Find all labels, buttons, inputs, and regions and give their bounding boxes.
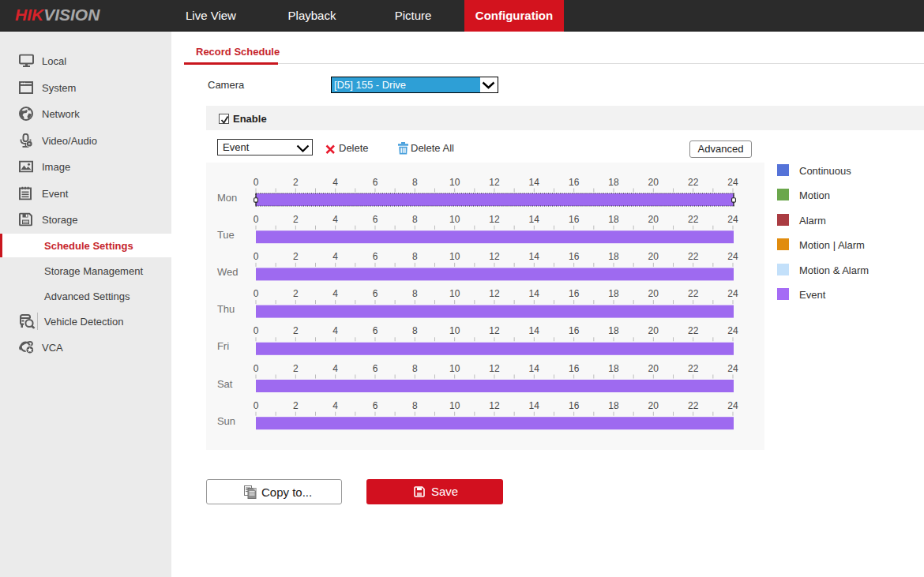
svg-text:22: 22 bbox=[688, 288, 699, 299]
svg-text:8: 8 bbox=[412, 325, 418, 336]
svg-text:16: 16 bbox=[569, 214, 580, 225]
svg-text:12: 12 bbox=[489, 400, 500, 411]
svg-text:10: 10 bbox=[449, 288, 460, 299]
svg-text:18: 18 bbox=[608, 177, 619, 188]
svg-text:2: 2 bbox=[293, 251, 299, 262]
svg-text:16: 16 bbox=[569, 177, 580, 188]
svg-text:22: 22 bbox=[688, 177, 699, 188]
svg-text:2: 2 bbox=[293, 363, 299, 374]
svg-text:8: 8 bbox=[412, 400, 418, 411]
svg-text:24: 24 bbox=[727, 214, 738, 225]
svg-text:4: 4 bbox=[332, 363, 338, 374]
svg-text:24: 24 bbox=[727, 288, 738, 299]
svg-text:22: 22 bbox=[688, 400, 699, 411]
svg-text:18: 18 bbox=[608, 214, 619, 225]
svg-text:12: 12 bbox=[489, 288, 500, 299]
svg-text:24: 24 bbox=[727, 363, 738, 374]
svg-text:2: 2 bbox=[293, 214, 299, 225]
svg-text:4: 4 bbox=[332, 288, 338, 299]
svg-text:16: 16 bbox=[569, 325, 580, 336]
svg-text:22: 22 bbox=[688, 251, 699, 262]
svg-text:6: 6 bbox=[373, 325, 378, 336]
svg-text:0: 0 bbox=[254, 214, 259, 225]
svg-text:22: 22 bbox=[688, 214, 699, 225]
svg-text:0: 0 bbox=[254, 363, 259, 374]
svg-text:22: 22 bbox=[688, 363, 699, 374]
svg-text:12: 12 bbox=[489, 177, 500, 188]
svg-text:Fri: Fri bbox=[217, 340, 229, 352]
svg-text:14: 14 bbox=[529, 363, 540, 374]
svg-text:Sun: Sun bbox=[217, 415, 235, 427]
svg-text:2: 2 bbox=[293, 400, 299, 411]
svg-text:0: 0 bbox=[254, 325, 259, 336]
svg-text:10: 10 bbox=[449, 325, 460, 336]
svg-text:2: 2 bbox=[293, 177, 299, 188]
svg-text:12: 12 bbox=[489, 325, 500, 336]
svg-text:24: 24 bbox=[727, 400, 738, 411]
svg-text:18: 18 bbox=[608, 251, 619, 262]
svg-text:16: 16 bbox=[569, 288, 580, 299]
svg-text:14: 14 bbox=[529, 214, 540, 225]
svg-text:16: 16 bbox=[569, 251, 580, 262]
svg-text:12: 12 bbox=[489, 251, 500, 262]
svg-text:12: 12 bbox=[489, 214, 500, 225]
svg-text:6: 6 bbox=[373, 400, 378, 411]
svg-text:4: 4 bbox=[332, 177, 338, 188]
svg-text:Wed: Wed bbox=[217, 266, 239, 278]
svg-text:20: 20 bbox=[648, 177, 659, 188]
svg-text:10: 10 bbox=[449, 251, 460, 262]
svg-text:8: 8 bbox=[412, 251, 418, 262]
svg-text:10: 10 bbox=[449, 400, 460, 411]
svg-text:8: 8 bbox=[412, 177, 418, 188]
svg-text:10: 10 bbox=[449, 363, 460, 374]
svg-text:2: 2 bbox=[293, 288, 299, 299]
svg-text:6: 6 bbox=[373, 363, 378, 374]
svg-text:8: 8 bbox=[412, 288, 418, 299]
svg-text:Mon: Mon bbox=[217, 192, 237, 204]
svg-text:6: 6 bbox=[373, 251, 378, 262]
svg-text:0: 0 bbox=[254, 288, 259, 299]
svg-text:14: 14 bbox=[529, 251, 540, 262]
svg-text:14: 14 bbox=[529, 288, 540, 299]
svg-text:18: 18 bbox=[608, 400, 619, 411]
svg-text:0: 0 bbox=[254, 177, 259, 188]
svg-text:4: 4 bbox=[332, 325, 338, 336]
svg-text:4: 4 bbox=[332, 214, 338, 225]
svg-text:0: 0 bbox=[254, 251, 259, 262]
svg-text:24: 24 bbox=[727, 251, 738, 262]
svg-text:8: 8 bbox=[412, 363, 418, 374]
svg-text:20: 20 bbox=[648, 251, 659, 262]
svg-text:Sat: Sat bbox=[217, 378, 233, 390]
svg-text:24: 24 bbox=[727, 325, 738, 336]
svg-text:18: 18 bbox=[608, 325, 619, 336]
svg-text:Thu: Thu bbox=[217, 303, 235, 315]
svg-text:20: 20 bbox=[648, 325, 659, 336]
svg-text:6: 6 bbox=[373, 214, 378, 225]
svg-text:6: 6 bbox=[373, 177, 378, 188]
svg-text:6: 6 bbox=[373, 288, 378, 299]
svg-text:14: 14 bbox=[529, 400, 540, 411]
svg-text:12: 12 bbox=[489, 363, 500, 374]
svg-text:20: 20 bbox=[648, 363, 659, 374]
svg-text:4: 4 bbox=[332, 400, 338, 411]
svg-text:20: 20 bbox=[648, 288, 659, 299]
svg-text:22: 22 bbox=[688, 325, 699, 336]
svg-text:16: 16 bbox=[569, 363, 580, 374]
svg-text:0: 0 bbox=[254, 400, 259, 411]
svg-text:14: 14 bbox=[529, 177, 540, 188]
svg-text:4: 4 bbox=[332, 251, 338, 262]
svg-text:20: 20 bbox=[648, 214, 659, 225]
svg-text:16: 16 bbox=[569, 400, 580, 411]
svg-text:18: 18 bbox=[608, 288, 619, 299]
svg-text:14: 14 bbox=[529, 325, 540, 336]
svg-text:2: 2 bbox=[293, 325, 299, 336]
svg-text:24: 24 bbox=[727, 177, 738, 188]
svg-text:18: 18 bbox=[608, 363, 619, 374]
svg-text:10: 10 bbox=[449, 177, 460, 188]
svg-text:10: 10 bbox=[449, 214, 460, 225]
svg-text:8: 8 bbox=[412, 214, 418, 225]
svg-text:20: 20 bbox=[648, 400, 659, 411]
svg-text:Tue: Tue bbox=[217, 229, 235, 241]
